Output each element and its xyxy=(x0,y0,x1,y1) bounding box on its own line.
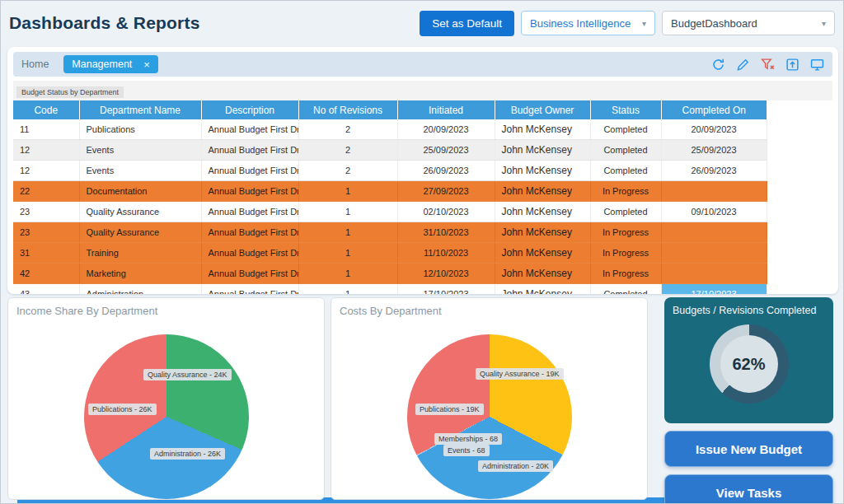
cell-code[interactable]: 23 xyxy=(13,202,79,222)
cell-revisions[interactable]: 1 xyxy=(298,181,397,202)
cell-status[interactable]: In Progress xyxy=(590,222,661,243)
cell-revisions[interactable]: 1 xyxy=(298,243,397,264)
cell-completed-on[interactable]: 09/10/2023 xyxy=(661,202,767,222)
clear-filter-icon[interactable] xyxy=(761,58,775,72)
cell-code[interactable]: 31 xyxy=(13,243,79,264)
cell-completed-on[interactable]: 25/09/2023 xyxy=(661,140,767,161)
table-row[interactable]: 43AdministrationAnnual Budget First Draf… xyxy=(13,284,767,295)
cell-initiated[interactable]: 27/09/2023 xyxy=(397,181,495,202)
column-header-code[interactable]: Code xyxy=(13,100,79,119)
table-row[interactable]: 42MarketingAnnual Budget First Draft112/… xyxy=(13,264,767,284)
cell-completed-on[interactable] xyxy=(661,181,767,202)
column-header-completed-on[interactable]: Completed On xyxy=(661,100,767,119)
cell-completed-on[interactable]: 26/09/2023 xyxy=(661,161,767,181)
table-row[interactable]: 23Quality AssuranceAnnual Budget First D… xyxy=(13,202,767,222)
cell-completed-on[interactable] xyxy=(661,222,767,243)
cell-status[interactable]: Completed xyxy=(590,202,661,222)
cell-department[interactable]: Events xyxy=(79,140,201,161)
cell-code[interactable]: 43 xyxy=(13,284,79,295)
view-tasks-button[interactable]: View Tasks xyxy=(664,474,833,504)
cell-description[interactable]: Annual Budget First Draft xyxy=(201,181,298,202)
cell-completed-on[interactable]: 20/09/2023 xyxy=(661,119,767,140)
export-icon[interactable] xyxy=(785,58,799,72)
column-header-no-of-revisions[interactable]: No of Revisions xyxy=(298,100,397,119)
cell-department[interactable]: Training xyxy=(79,243,201,264)
cell-code[interactable]: 12 xyxy=(13,161,79,181)
cell-owner[interactable]: John McKensey xyxy=(495,119,590,140)
issue-new-budget-button[interactable]: Issue New Budget xyxy=(664,431,833,467)
tab-home[interactable]: Home xyxy=(21,58,49,70)
column-header-status[interactable]: Status xyxy=(590,100,661,119)
cell-code[interactable]: 11 xyxy=(13,119,79,140)
cell-status[interactable]: Completed xyxy=(590,140,661,161)
cell-revisions[interactable]: 2 xyxy=(298,119,397,140)
cell-department[interactable]: Documentation xyxy=(79,181,201,202)
cell-description[interactable]: Annual Budget First Draft xyxy=(201,222,298,243)
table-row[interactable]: 23Quality AssuranceAnnual Budget First D… xyxy=(13,222,767,243)
cell-status[interactable]: In Progress xyxy=(590,181,661,202)
table-row[interactable]: 11PublicationsAnnual Budget First Draft2… xyxy=(13,119,767,140)
costs-pie-chart[interactable] xyxy=(407,334,572,499)
cell-status[interactable]: Completed xyxy=(590,119,661,140)
cell-initiated[interactable]: 25/09/2023 xyxy=(397,140,495,161)
cell-owner[interactable]: John McKensey xyxy=(495,161,590,181)
column-header-department-name[interactable]: Department Name xyxy=(79,100,201,119)
cell-revisions[interactable]: 2 xyxy=(298,161,397,181)
edit-icon[interactable] xyxy=(736,58,750,72)
column-header-initiated[interactable]: Initiated xyxy=(397,100,495,119)
cell-department[interactable]: Publications xyxy=(79,119,201,140)
table-row[interactable]: 22DocumentationAnnual Budget First Draft… xyxy=(13,181,767,202)
cell-revisions[interactable]: 1 xyxy=(298,222,397,243)
cell-status[interactable]: In Progress xyxy=(590,264,661,284)
cell-completed-on[interactable]: 17/10/2023 xyxy=(661,284,767,295)
cell-initiated[interactable]: 17/10/2023 xyxy=(397,284,495,295)
cell-initiated[interactable]: 12/10/2023 xyxy=(397,264,495,284)
cell-revisions[interactable]: 2 xyxy=(298,140,397,161)
cell-owner[interactable]: John McKensey xyxy=(495,284,590,295)
cell-description[interactable]: Annual Budget First Draft xyxy=(201,161,298,181)
close-icon[interactable]: × xyxy=(143,59,150,70)
table-row[interactable]: 12EventsAnnual Budget First Draft226/09/… xyxy=(13,161,767,181)
cell-code[interactable]: 42 xyxy=(13,264,79,284)
refresh-icon[interactable] xyxy=(711,58,725,72)
column-header-budget-owner[interactable]: Budget Owner xyxy=(495,100,590,119)
cell-revisions[interactable]: 1 xyxy=(298,202,397,222)
cell-initiated[interactable]: 31/10/2023 xyxy=(397,222,495,243)
cell-code[interactable]: 23 xyxy=(13,222,79,243)
cell-owner[interactable]: John McKensey xyxy=(495,222,590,243)
cell-initiated[interactable]: 11/10/2023 xyxy=(397,243,495,264)
cell-department[interactable]: Quality Assurance xyxy=(79,202,201,222)
cell-description[interactable]: Annual Budget First Draft xyxy=(201,264,298,284)
cell-initiated[interactable]: 20/09/2023 xyxy=(397,119,495,140)
cell-owner[interactable]: John McKensey xyxy=(495,243,590,264)
cell-code[interactable]: 12 xyxy=(13,140,79,161)
cell-code[interactable]: 22 xyxy=(13,181,79,202)
cell-revisions[interactable]: 1 xyxy=(298,264,397,284)
cell-description[interactable]: Annual Budget First Draft xyxy=(201,202,298,222)
cell-department[interactable]: Administration xyxy=(79,284,201,295)
cell-revisions[interactable]: 1 xyxy=(298,284,397,295)
cell-department[interactable]: Events xyxy=(79,161,201,181)
table-row[interactable]: 12EventsAnnual Budget First Draft225/09/… xyxy=(13,140,767,161)
cell-department[interactable]: Marketing xyxy=(79,264,201,284)
cell-initiated[interactable]: 02/10/2023 xyxy=(397,202,495,222)
cell-completed-on[interactable] xyxy=(661,243,767,264)
cell-description[interactable]: Annual Budget First Draft xyxy=(201,243,298,264)
cell-owner[interactable]: John McKensey xyxy=(495,202,590,222)
cell-completed-on[interactable] xyxy=(661,264,767,284)
table-row[interactable]: 31TrainingAnnual Budget First Draft111/1… xyxy=(13,243,767,264)
cell-initiated[interactable]: 26/09/2023 xyxy=(397,161,495,181)
column-header-description[interactable]: Description xyxy=(201,100,298,119)
tab-management[interactable]: Management× xyxy=(63,55,158,73)
cell-owner[interactable]: John McKensey xyxy=(495,181,590,202)
income-share-pie-chart[interactable] xyxy=(84,334,249,499)
cell-owner[interactable]: John McKensey xyxy=(495,264,590,284)
cell-status[interactable]: Completed xyxy=(590,161,661,181)
cell-department[interactable]: Quality Assurance xyxy=(79,222,201,243)
cell-owner[interactable]: John McKensey xyxy=(495,140,590,161)
set-as-default-button[interactable]: Set as Default xyxy=(420,11,514,36)
dashboard-select[interactable]: BudgetDashboard ▾ xyxy=(662,11,835,35)
cell-description[interactable]: Annual Budget First Draft xyxy=(201,119,298,140)
cell-status[interactable]: In Progress xyxy=(590,243,661,264)
module-select[interactable]: Business Intelligence ▾ xyxy=(521,11,655,35)
